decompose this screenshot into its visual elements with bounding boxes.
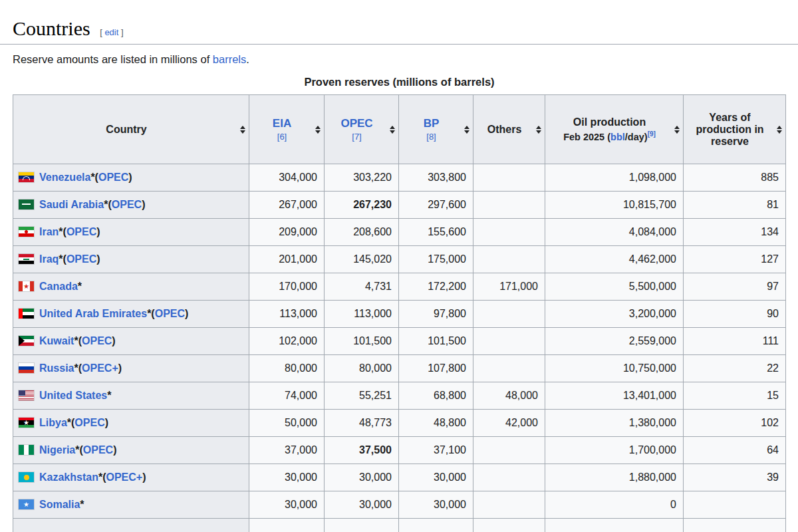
col-header-eia[interactable]: EIA[6] bbox=[249, 95, 325, 164]
flag-venezuela-icon[interactable] bbox=[19, 172, 34, 182]
col-header-country[interactable]: Country bbox=[13, 95, 249, 164]
flag-kuwait-icon[interactable] bbox=[19, 336, 34, 346]
org-link[interactable]: OPEC bbox=[66, 226, 96, 237]
cell-country: Iran*(OPEC) bbox=[13, 219, 249, 246]
col-header-years[interactable]: Years of production in reserve bbox=[684, 95, 786, 164]
org-link[interactable]: OPEC bbox=[155, 308, 185, 319]
paren-close: ) bbox=[113, 444, 116, 456]
flag-russia-icon[interactable] bbox=[19, 363, 34, 373]
cell-country: Russia*(OPEC+) bbox=[13, 355, 249, 382]
cell-empty bbox=[249, 519, 325, 532]
flag-uae-icon[interactable] bbox=[19, 309, 34, 319]
country-link[interactable]: United Arab Emirates bbox=[39, 308, 147, 319]
flag-libya-icon[interactable]: ★ bbox=[19, 418, 34, 428]
cell-country: ★Canada* bbox=[13, 273, 249, 301]
org-link[interactable]: OPEC bbox=[98, 172, 128, 183]
bbl-link[interactable]: bbl bbox=[610, 132, 625, 142]
cell-country: Kuwait*(OPEC) bbox=[13, 328, 249, 355]
bp-ref-link[interactable]: [8] bbox=[426, 132, 436, 142]
cell-years: 22 bbox=[684, 355, 786, 382]
edit-link[interactable]: edit bbox=[104, 27, 118, 37]
cell-opec: 30,000 bbox=[325, 464, 399, 491]
cell-eia: 267,000 bbox=[249, 192, 325, 219]
org-link[interactable]: OPEC+ bbox=[106, 471, 142, 483]
cell-others bbox=[473, 464, 545, 491]
asterisk-marker: * bbox=[78, 281, 82, 292]
country-link[interactable]: Saudi Arabia bbox=[39, 199, 104, 210]
flag-star-glyph: ★ bbox=[19, 418, 34, 428]
col-header-others[interactable]: Others bbox=[473, 95, 545, 164]
opec-ref-link[interactable]: [7] bbox=[352, 132, 361, 142]
org-link[interactable]: OPEC bbox=[82, 335, 112, 346]
reserves-table: Proven reserves (millions of barrels) Co… bbox=[13, 76, 786, 532]
org-link[interactable]: OPEC bbox=[66, 253, 96, 265]
col-header-opec[interactable]: OPEC[7] bbox=[325, 95, 399, 164]
country-link[interactable]: Somalia bbox=[39, 499, 80, 510]
paren-close: ) bbox=[142, 199, 145, 210]
flag-kazakhstan-icon[interactable] bbox=[19, 472, 34, 482]
table-caption: Proven reserves (millions of barrels) bbox=[13, 76, 786, 94]
country-link[interactable]: Canada bbox=[39, 281, 78, 292]
table-header: CountryEIA[6]OPEC[7]BP[8]OthersOil produ… bbox=[13, 95, 786, 164]
flag-canada-icon[interactable]: ★ bbox=[19, 281, 34, 291]
cell-eia: 50,000 bbox=[249, 410, 325, 437]
subtitle: Reserve amounts are listed in millions o… bbox=[13, 53, 785, 66]
cell-years: 134 bbox=[684, 219, 786, 246]
country-link[interactable]: Russia bbox=[39, 362, 74, 374]
org-link[interactable]: OPEC bbox=[112, 199, 142, 210]
flag-iraq-icon[interactable] bbox=[19, 254, 34, 264]
paren-close: ) bbox=[118, 362, 122, 374]
production-sub-mid: /day) bbox=[625, 132, 648, 142]
table-row: Russia*(OPEC+)80,00080,000107,80010,750,… bbox=[13, 355, 786, 382]
org-link[interactable]: OPEC+ bbox=[82, 362, 118, 374]
cell-eia: 170,000 bbox=[249, 273, 325, 301]
asterisk-marker: * bbox=[107, 390, 111, 401]
cell-eia: 80,000 bbox=[249, 355, 325, 382]
eia-link[interactable]: EIA bbox=[273, 117, 291, 130]
edit-bracket-close: ] bbox=[121, 27, 124, 37]
country-link[interactable]: Iran bbox=[39, 226, 59, 237]
cell-production: 10,750,000 bbox=[545, 355, 684, 382]
org-link[interactable]: OPEC bbox=[83, 444, 113, 456]
col-header-bp[interactable]: BP[8] bbox=[399, 95, 473, 164]
cell-country: Iraq*(OPEC) bbox=[13, 246, 249, 273]
flag-hoist-bar bbox=[19, 309, 23, 319]
cell-eia: 102,000 bbox=[249, 328, 325, 355]
flag-somalia-icon[interactable]: ★ bbox=[19, 499, 34, 509]
cell-production: 10,815,700 bbox=[545, 192, 684, 219]
table-row: ★Somalia*30,00030,00030,0000 bbox=[13, 491, 786, 519]
col-header-production[interactable]: Oil productionFeb 2025 (bbl/day)[9] bbox=[545, 95, 684, 164]
country-link[interactable]: Venezuela bbox=[39, 172, 90, 183]
org-link[interactable]: OPEC bbox=[74, 417, 104, 428]
cell-years: 90 bbox=[684, 301, 786, 328]
bp-link[interactable]: BP bbox=[424, 117, 440, 130]
opec-link[interactable]: OPEC bbox=[340, 117, 372, 130]
cell-production: 1,380,000 bbox=[545, 410, 684, 437]
eia-ref-link[interactable]: [6] bbox=[277, 132, 287, 142]
country-link[interactable]: United States bbox=[39, 390, 107, 401]
cell-eia: 30,000 bbox=[249, 491, 325, 519]
production-ref-link[interactable]: [9] bbox=[648, 130, 656, 138]
cell-country: ★Somalia* bbox=[13, 491, 249, 519]
cell-opec: 80,000 bbox=[325, 355, 399, 382]
flag-usa-icon[interactable] bbox=[19, 390, 34, 400]
flag-iran-icon[interactable] bbox=[19, 227, 34, 237]
cell-country: Saudi Arabia*(OPEC) bbox=[13, 192, 249, 219]
flag-saudi-arabia-icon[interactable] bbox=[19, 200, 34, 209]
cell-eia: 201,000 bbox=[249, 246, 325, 273]
country-link[interactable]: Nigeria bbox=[39, 444, 75, 456]
table-row: Nigeria*(OPEC)37,00037,50037,1001,700,00… bbox=[13, 437, 786, 464]
country-link[interactable]: Libya bbox=[39, 417, 67, 428]
flag-nigeria-icon[interactable] bbox=[19, 445, 34, 455]
cell-others bbox=[473, 301, 545, 328]
cell-eia: 113,000 bbox=[249, 301, 325, 328]
country-link[interactable]: Iraq bbox=[39, 253, 59, 265]
cell-production: 1,880,000 bbox=[545, 464, 684, 491]
country-link[interactable]: Kuwait bbox=[39, 335, 74, 346]
cell-years: 15 bbox=[684, 382, 786, 410]
country-link[interactable]: Kazakhstan bbox=[39, 471, 98, 483]
cell-years: 97 bbox=[684, 273, 786, 301]
barrels-link[interactable]: barrels bbox=[213, 53, 246, 65]
cell-bp: 48,800 bbox=[399, 410, 473, 437]
subtitle-text: Reserve amounts are listed in millions o… bbox=[13, 53, 213, 65]
